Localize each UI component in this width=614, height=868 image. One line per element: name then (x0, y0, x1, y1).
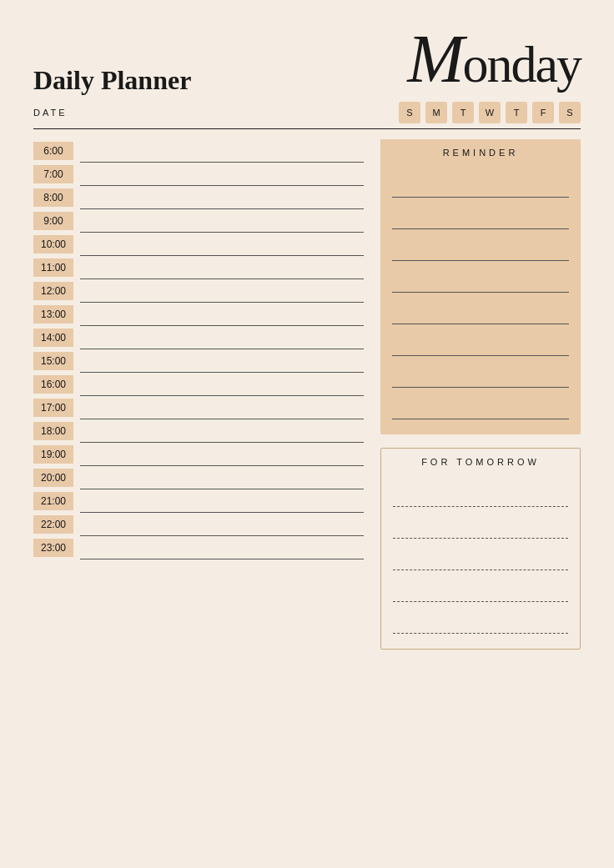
table-row: 16:00 (33, 373, 364, 396)
header: Daily Planner Monday (33, 25, 581, 93)
time-21: 21:00 (33, 492, 73, 510)
time-line-15[interactable] (80, 349, 364, 373)
day-s2[interactable]: S (559, 102, 581, 123)
time-line-6[interactable] (80, 139, 364, 163)
table-row: 10:00 (33, 233, 364, 256)
time-line-23[interactable] (80, 536, 364, 559)
time-line-22[interactable] (80, 513, 364, 536)
time-line-10[interactable] (80, 233, 364, 256)
time-line-16[interactable] (80, 373, 364, 396)
header-divider (33, 128, 581, 129)
time-line-9[interactable] (80, 209, 364, 233)
day-title: Monday (407, 31, 581, 94)
reminder-line-1[interactable] (392, 169, 569, 198)
time-line-14[interactable] (80, 326, 364, 349)
table-row: 18:00 (33, 419, 364, 443)
table-row: 20:00 (33, 466, 364, 489)
time-8: 8:00 (33, 188, 73, 207)
time-line-7[interactable] (80, 163, 364, 186)
time-line-20[interactable] (80, 466, 364, 489)
schedule-column: 6:00 7:00 8:00 9:00 10:00 11:00 (33, 139, 364, 559)
time-16: 16:00 (33, 375, 73, 394)
time-line-8[interactable] (80, 186, 364, 209)
time-20: 20:00 (33, 469, 73, 487)
day-title-block: Monday (407, 25, 581, 93)
tomorrow-line-5[interactable] (393, 605, 568, 634)
day-s1[interactable]: S (399, 102, 420, 123)
reminder-line-4[interactable] (392, 264, 569, 293)
reminder-box: REMINDER (380, 139, 581, 434)
table-row: 23:00 (33, 536, 364, 559)
reminder-line-2[interactable] (392, 201, 569, 229)
date-row: DATE S M T W T F S (33, 102, 581, 123)
time-17: 17:00 (33, 399, 73, 417)
time-18: 18:00 (33, 422, 73, 440)
time-line-19[interactable] (80, 443, 364, 466)
time-line-21[interactable] (80, 489, 364, 513)
time-23: 23:00 (33, 539, 73, 557)
time-14: 14:00 (33, 329, 73, 347)
table-row: 6:00 (33, 139, 364, 163)
reminder-line-8[interactable] (392, 391, 569, 419)
main-content: 6:00 7:00 8:00 9:00 10:00 11:00 (33, 139, 581, 650)
table-row: 11:00 (33, 256, 364, 279)
time-9: 9:00 (33, 212, 73, 230)
page-title: Daily Planner (33, 67, 191, 93)
tomorrow-line-1[interactable] (393, 479, 568, 507)
tomorrow-header: FOR TOMORROW (381, 449, 580, 474)
day-letters: S M T W T F S (399, 102, 581, 123)
tomorrow-box: FOR TOMORROW (380, 448, 581, 650)
page: Daily Planner Monday DATE S M T W T F S … (0, 0, 614, 868)
tomorrow-line-4[interactable] (393, 574, 568, 602)
time-19: 19:00 (33, 445, 73, 464)
time-10: 10:00 (33, 235, 73, 253)
table-row: 13:00 (33, 303, 364, 326)
table-row: 15:00 (33, 349, 364, 373)
right-column: REMINDER FOR TOMORROW (380, 139, 581, 650)
time-6: 6:00 (33, 142, 73, 160)
table-row: 17:00 (33, 396, 364, 419)
time-line-17[interactable] (80, 396, 364, 419)
day-m[interactable]: M (425, 102, 447, 123)
tomorrow-lines (381, 474, 580, 640)
title-block: Daily Planner (33, 67, 191, 93)
time-line-12[interactable] (80, 279, 364, 303)
time-12: 12:00 (33, 282, 73, 300)
reminder-line-3[interactable] (392, 233, 569, 261)
time-22: 22:00 (33, 515, 73, 534)
time-line-13[interactable] (80, 303, 364, 326)
time-line-11[interactable] (80, 256, 364, 279)
table-row: 7:00 (33, 163, 364, 186)
table-row: 19:00 (33, 443, 364, 466)
reminder-line-5[interactable] (392, 296, 569, 324)
table-row: 21:00 (33, 489, 364, 513)
time-15: 15:00 (33, 352, 73, 370)
table-row: 22:00 (33, 513, 364, 536)
time-13: 13:00 (33, 305, 73, 324)
reminder-lines (380, 164, 581, 426)
table-row: 9:00 (33, 209, 364, 233)
reminder-header: REMINDER (380, 139, 581, 164)
reminder-line-6[interactable] (392, 328, 569, 356)
reminder-line-7[interactable] (392, 359, 569, 388)
time-7: 7:00 (33, 165, 73, 183)
table-row: 8:00 (33, 186, 364, 209)
date-label: DATE (33, 108, 68, 118)
time-11: 11:00 (33, 258, 73, 277)
table-row: 12:00 (33, 279, 364, 303)
tomorrow-line-2[interactable] (393, 510, 568, 539)
table-row: 14:00 (33, 326, 364, 349)
day-w[interactable]: W (479, 102, 501, 123)
day-t1[interactable]: T (452, 102, 474, 123)
time-line-18[interactable] (80, 419, 364, 443)
tomorrow-line-3[interactable] (393, 542, 568, 570)
day-f[interactable]: F (532, 102, 554, 123)
day-t2[interactable]: T (506, 102, 527, 123)
